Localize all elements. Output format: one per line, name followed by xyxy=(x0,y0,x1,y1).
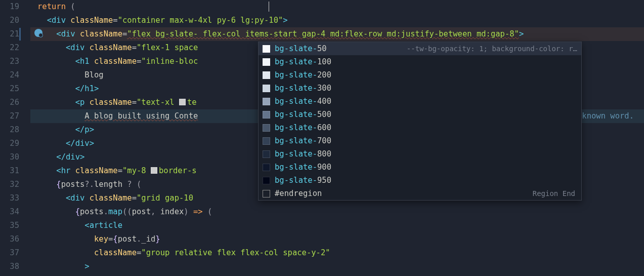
autocomplete-item[interactable]: bg-slate-50--tw-bg-opacity: 1; backgroun… xyxy=(259,42,581,55)
autocomplete-label: bg-slate-900 xyxy=(275,163,331,172)
color-swatch-icon xyxy=(263,45,270,53)
autocomplete-item[interactable]: bg-slate-500 xyxy=(259,108,581,121)
autocomplete-label: #endregion xyxy=(275,189,322,198)
autocomplete-item[interactable]: #endregionRegion End xyxy=(259,187,581,200)
color-swatch-icon xyxy=(263,98,270,105)
autocomplete-label: bg-slate-500 xyxy=(275,110,331,119)
code-line[interactable]: <article xyxy=(30,219,644,232)
code-line-active[interactable]: <div className="flex bg-slate- flex-col … xyxy=(30,27,644,41)
code-editor[interactable]: 1920212223242526272829303132333435363738… xyxy=(0,0,644,276)
line-number: 38 xyxy=(0,260,19,273)
autocomplete-label: bg-slate-400 xyxy=(275,97,331,106)
autocomplete-item[interactable]: bg-slate-950 xyxy=(259,174,581,187)
line-number: 37 xyxy=(0,246,19,260)
code-line[interactable]: className="group relative flex flex-col … xyxy=(30,246,644,260)
line-number: 28 xyxy=(0,123,19,137)
autocomplete-label: bg-slate-100 xyxy=(275,57,331,66)
line-number-gutter: 1920212223242526272829303132333435363738 xyxy=(0,0,30,276)
change-indicator xyxy=(19,28,21,41)
color-swatch-icon xyxy=(151,167,157,174)
line-number: 33 xyxy=(0,191,19,205)
autocomplete-item[interactable]: bg-slate-400 xyxy=(259,95,581,108)
autocomplete-item[interactable]: bg-slate-100 xyxy=(259,55,581,68)
lightbulb-icon[interactable] xyxy=(34,29,42,37)
code-line[interactable]: > xyxy=(30,260,644,273)
code-line[interactable]: {posts.map((post, index) => ( xyxy=(30,205,644,219)
code-line[interactable]: <div className="container max-w-4xl py-6… xyxy=(30,14,644,27)
line-number: 31 xyxy=(0,164,19,178)
color-swatch-icon xyxy=(263,58,270,66)
color-swatch-icon xyxy=(263,164,270,171)
color-swatch-icon xyxy=(263,71,270,79)
line-number: 23 xyxy=(0,55,19,68)
line-number: 21 xyxy=(0,27,19,41)
autocomplete-item[interactable]: bg-slate-700 xyxy=(259,134,581,147)
line-number: 29 xyxy=(0,137,19,150)
color-swatch-icon xyxy=(263,137,270,145)
autocomplete-item[interactable]: bg-slate-900 xyxy=(259,161,581,174)
line-number: 35 xyxy=(0,219,19,232)
line-number: 27 xyxy=(0,109,19,123)
autocomplete-label: bg-slate-300 xyxy=(275,84,331,93)
autocomplete-item[interactable]: bg-slate-600 xyxy=(259,121,581,134)
autocomplete-label: bg-slate-950 xyxy=(275,176,331,185)
autocomplete-item[interactable]: bg-slate-200 xyxy=(259,68,581,82)
line-number: 25 xyxy=(0,82,19,96)
autocomplete-label: bg-slate-200 xyxy=(275,70,331,80)
color-swatch-icon xyxy=(263,85,270,92)
autocomplete-item[interactable]: bg-slate-800 xyxy=(259,147,581,161)
line-number: 32 xyxy=(0,178,19,191)
color-swatch-icon xyxy=(263,177,270,184)
line-number: 24 xyxy=(0,68,19,82)
line-number: 19 xyxy=(0,0,19,14)
code-line[interactable]: key={post._id} xyxy=(30,232,644,246)
line-number: 36 xyxy=(0,232,19,246)
autocomplete-label: bg-slate-600 xyxy=(275,123,331,132)
line-number: 22 xyxy=(0,41,19,55)
color-swatch-icon xyxy=(263,150,270,158)
autocomplete-side: Region End xyxy=(533,189,577,198)
color-swatch-icon xyxy=(179,99,186,105)
color-swatch-icon xyxy=(263,190,270,198)
line-number: 20 xyxy=(0,14,19,27)
autocomplete-label: bg-slate-700 xyxy=(275,136,331,145)
code-line[interactable]: return ( xyxy=(30,0,644,14)
code-area[interactable]: return ( <div className="container max-w… xyxy=(30,0,644,276)
color-swatch-icon xyxy=(263,124,270,132)
line-number: 34 xyxy=(0,205,19,219)
autocomplete-label: bg-slate-50 xyxy=(275,44,327,53)
autocomplete-popup[interactable]: bg-slate-50--tw-bg-opacity: 1; backgroun… xyxy=(258,42,582,201)
line-number: 26 xyxy=(0,96,19,109)
autocomplete-doc: --tw-bg-opacity: 1; background-color: r… xyxy=(407,45,577,53)
inline-hint: known word. xyxy=(582,109,634,123)
line-number: 30 xyxy=(0,150,19,164)
color-swatch-icon xyxy=(263,111,270,119)
autocomplete-item[interactable]: bg-slate-300 xyxy=(259,82,581,95)
autocomplete-label: bg-slate-800 xyxy=(275,149,331,159)
